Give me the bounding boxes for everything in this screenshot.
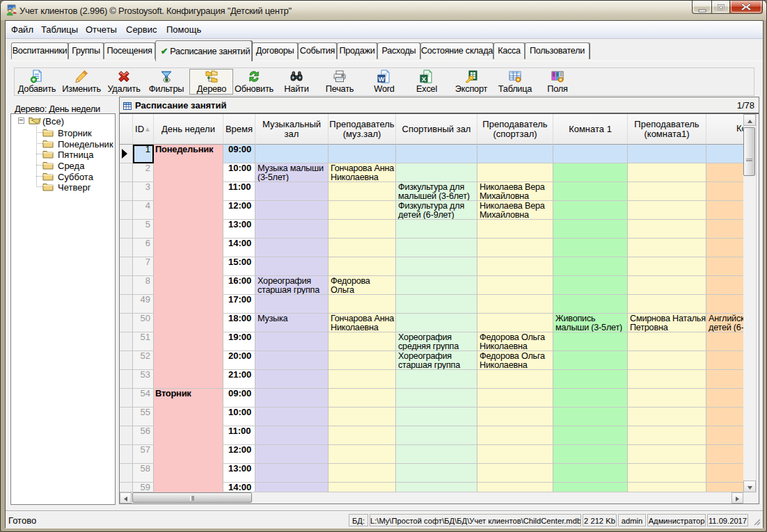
svg-text:W: W — [379, 75, 385, 83]
svg-text:X: X — [422, 75, 427, 83]
